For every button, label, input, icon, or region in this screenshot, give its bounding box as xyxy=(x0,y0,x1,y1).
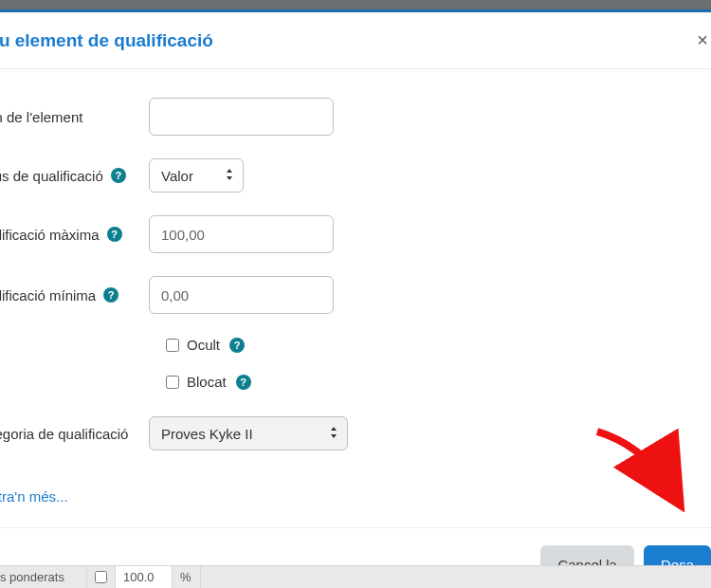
modal-dialog: lou element de qualificació × om de l'el… xyxy=(0,12,711,588)
bg-label: s ponderats xyxy=(0,566,87,588)
bg-checkbox-cell xyxy=(87,566,116,588)
close-icon[interactable]: × xyxy=(697,29,708,51)
label-min-grade: ualificació mínima ? xyxy=(0,287,149,303)
row-locked: Blocat ? xyxy=(149,374,694,390)
bg-unit: % xyxy=(173,566,201,588)
label-hidden: Ocult xyxy=(187,337,220,353)
label-grade-type: ipus de qualificació ? xyxy=(0,168,149,184)
select-value: Valor xyxy=(161,168,193,184)
label-text: ualificació mínima xyxy=(0,287,96,303)
select-category[interactable]: Proves Kyke II xyxy=(149,416,348,450)
row-hidden: Ocult ? xyxy=(149,337,694,353)
select-value: Proves Kyke II xyxy=(161,426,253,442)
row-category: ategoria de qualificació Proves Kyke II xyxy=(0,416,711,450)
chevron-updown-icon xyxy=(330,427,337,440)
row-min-grade: ualificació mínima ? xyxy=(0,276,711,314)
show-more-link[interactable]: ostra'n més... xyxy=(0,488,68,505)
bg-value: 100.0 xyxy=(116,566,173,588)
label-category: ategoria de qualificació xyxy=(0,426,149,442)
label-text: ipus de qualificació xyxy=(0,168,103,184)
help-icon[interactable]: ? xyxy=(236,375,251,390)
modal-header: lou element de qualificació × xyxy=(0,29,711,69)
label-text: ualificació màxima xyxy=(0,227,100,243)
modal-body: om de l'element ipus de qualificació ? V… xyxy=(0,69,711,505)
help-icon[interactable]: ? xyxy=(103,287,118,303)
row-element-name: om de l'element xyxy=(0,98,711,136)
input-min-grade[interactable] xyxy=(149,276,334,314)
row-grade-type: ipus de qualificació ? Valor xyxy=(0,158,711,193)
bg-checkbox[interactable] xyxy=(95,571,107,583)
checkbox-locked[interactable] xyxy=(166,376,179,389)
label-max-grade: ualificació màxima ? xyxy=(0,227,149,243)
help-icon[interactable]: ? xyxy=(229,338,245,353)
select-grade-type[interactable]: Valor xyxy=(149,158,244,193)
background-table-row: s ponderats 100.0 % xyxy=(0,565,711,588)
checkbox-hidden[interactable] xyxy=(166,339,179,352)
input-max-grade[interactable] xyxy=(149,215,334,253)
row-max-grade: ualificació màxima ? xyxy=(0,215,711,253)
label-text: ategoria de qualificació xyxy=(0,426,128,442)
label-text: om de l'element xyxy=(0,109,82,125)
input-element-name[interactable] xyxy=(149,98,334,136)
label-locked: Blocat xyxy=(187,374,227,390)
help-icon[interactable]: ? xyxy=(107,227,122,242)
help-icon[interactable]: ? xyxy=(111,168,126,183)
chevron-updown-icon xyxy=(226,169,233,182)
label-element-name: om de l'element xyxy=(0,109,149,125)
modal-title: lou element de qualificació xyxy=(0,30,213,51)
window-top-bar xyxy=(0,0,711,9)
